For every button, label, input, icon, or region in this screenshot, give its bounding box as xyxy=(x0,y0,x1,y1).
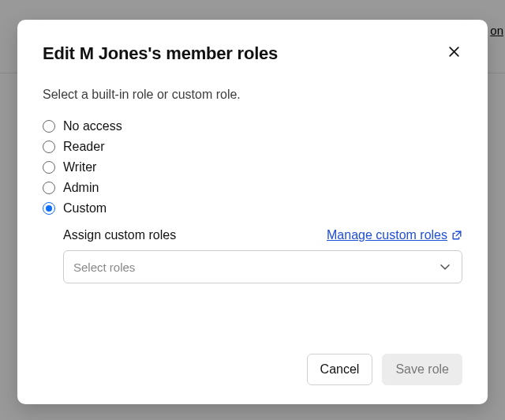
assign-custom-roles-label: Assign custom roles xyxy=(63,228,176,242)
close-button[interactable] xyxy=(446,43,462,62)
role-option-no-access[interactable]: No access xyxy=(43,119,462,133)
custom-roles-section: Assign custom roles Manage custom roles … xyxy=(63,228,462,283)
select-placeholder: Select roles xyxy=(73,261,135,274)
role-option-admin[interactable]: Admin xyxy=(43,181,462,195)
modal-footer: Cancel Save role xyxy=(43,338,462,385)
radio-icon xyxy=(43,182,55,194)
radio-icon xyxy=(43,202,55,215)
cancel-button[interactable]: Cancel xyxy=(307,354,373,385)
role-option-label: Writer xyxy=(63,160,96,174)
radio-icon xyxy=(43,141,55,153)
role-option-label: No access xyxy=(63,119,122,133)
background-link-fragment: on xyxy=(490,24,505,37)
role-option-writer[interactable]: Writer xyxy=(43,160,462,174)
manage-link-text: Manage custom roles xyxy=(327,228,447,242)
select-roles-dropdown[interactable]: Select roles xyxy=(63,250,462,283)
close-icon xyxy=(447,45,461,61)
role-option-label: Admin xyxy=(63,181,99,195)
edit-roles-modal: Edit M Jones's member roles Select a bui… xyxy=(17,20,488,404)
role-radio-group: No access Reader Writer Admin Custom xyxy=(43,119,462,216)
radio-icon xyxy=(43,161,55,174)
manage-custom-roles-link[interactable]: Manage custom roles xyxy=(327,228,462,242)
role-option-label: Reader xyxy=(63,140,104,154)
role-option-label: Custom xyxy=(63,201,107,216)
radio-icon xyxy=(43,120,55,133)
modal-subtitle: Select a built-in role or custom role. xyxy=(43,88,462,102)
modal-title: Edit M Jones's member roles xyxy=(43,43,278,64)
modal-header: Edit M Jones's member roles xyxy=(43,43,462,64)
role-option-custom[interactable]: Custom xyxy=(43,201,462,216)
radio-dot-icon xyxy=(46,205,52,212)
custom-roles-row: Assign custom roles Manage custom roles xyxy=(63,228,462,242)
role-option-reader[interactable]: Reader xyxy=(43,140,462,154)
save-role-button[interactable]: Save role xyxy=(382,354,462,385)
chevron-down-icon xyxy=(438,260,452,274)
external-link-icon xyxy=(451,230,462,241)
